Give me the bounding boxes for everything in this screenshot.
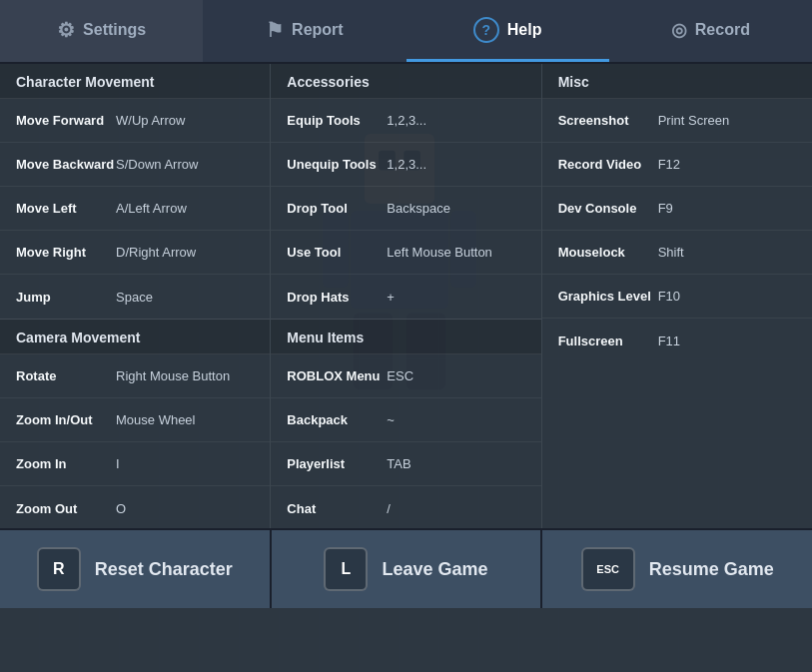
accessories-rows: Equip Tools 1,2,3... Unequip Tools 1,2,3… <box>271 99 540 319</box>
keybind-row: Move Right D/Right Arrow <box>0 231 270 275</box>
keybind-row: ROBLOX Menu ESC <box>271 354 540 398</box>
keybind-action: Rotate <box>16 368 116 383</box>
keybind-key: Space <box>116 290 153 305</box>
menu-items-rows: ROBLOX Menu ESC Backpack ~ Playerlist TA… <box>271 354 540 528</box>
keybind-row: Record Video F12 <box>542 143 812 187</box>
column-movement: Character Movement Move Forward W/Up Arr… <box>0 64 271 528</box>
bottom-action-bar: R Reset Character L Leave Game ESC Resum… <box>0 528 812 608</box>
keybind-action: Drop Hats <box>287 290 387 305</box>
keybind-action: Zoom Out <box>16 501 116 516</box>
settings-icon: ⚙ <box>57 18 75 42</box>
keybind-row: Move Backward S/Down Arrow <box>0 143 270 187</box>
keybind-key: F11 <box>658 334 680 348</box>
keybind-action: Fullscreen <box>558 334 658 348</box>
reset-character-button[interactable]: R Reset Character <box>0 530 272 608</box>
keybind-action: Graphics Level <box>558 289 658 304</box>
keybind-key: 1,2,3... <box>387 157 426 172</box>
keybind-row: Use Tool Left Mouse Button <box>271 231 540 275</box>
character-movement-header: Character Movement <box>0 64 270 99</box>
resume-key-badge: ESC <box>581 547 635 591</box>
keybind-row: Zoom Out O <box>0 486 270 528</box>
keybind-row: Move Forward W/Up Arrow <box>0 99 270 143</box>
leave-game-label: Leave Game <box>382 559 487 580</box>
keybind-row: Drop Tool Backspace <box>271 187 540 231</box>
keybind-row: Equip Tools 1,2,3... <box>271 99 540 143</box>
keybind-key: Backspace <box>387 201 450 216</box>
keybind-action: Move Backward <box>16 157 116 172</box>
help-icon: ? <box>473 17 499 43</box>
top-navigation: ⚙ Settings ⚑ Report ? Help ◎ Record <box>0 0 812 64</box>
keybind-key: / <box>387 501 391 516</box>
misc-header: Misc <box>542 64 812 99</box>
keybind-row: Zoom In I <box>0 442 270 486</box>
keybind-action: Jump <box>16 290 116 305</box>
keybind-action: Zoom In <box>16 456 116 471</box>
keybind-key: Shift <box>658 245 684 260</box>
keybind-key: ESC <box>387 368 413 383</box>
keybind-action: Zoom In/Out <box>16 412 116 427</box>
nav-report[interactable]: ⚑ Report <box>203 0 406 62</box>
keybind-action: Backpack <box>287 412 387 427</box>
keybind-action: Record Video <box>558 157 658 172</box>
keybind-key: TAB <box>387 456 410 471</box>
column-accessories: Accessories Equip Tools 1,2,3... Unequip… <box>271 64 541 528</box>
nav-help-label: Help <box>507 21 542 39</box>
keybind-action: Move Left <box>16 201 116 216</box>
keybind-key: F12 <box>658 157 680 172</box>
keybind-row: Rotate Right Mouse Button <box>0 354 270 398</box>
keybind-key: Print Screen <box>658 113 730 128</box>
keybind-key: D/Right Arrow <box>116 245 196 260</box>
keybind-action: Use Tool <box>287 245 387 260</box>
reset-key-badge: R <box>37 547 81 591</box>
keybind-row: Dev Console F9 <box>542 187 812 231</box>
keybind-key: W/Up Arrow <box>116 113 185 128</box>
keybind-row: Zoom In/Out Mouse Wheel <box>0 398 270 442</box>
main-panel: ⚙ Settings ⚑ Report ? Help ◎ Record Char… <box>0 0 812 608</box>
nav-help[interactable]: ? Help <box>406 0 609 62</box>
resume-game-label: Resume Game <box>649 559 774 580</box>
record-icon: ◎ <box>671 19 687 41</box>
keybind-action: Move Right <box>16 245 116 260</box>
keybind-row: Screenshot Print Screen <box>542 99 812 143</box>
keybind-row: Chat / <box>271 486 540 528</box>
keybind-action: Unequip Tools <box>287 157 387 172</box>
nav-record-label: Record <box>695 21 750 39</box>
keybind-row: Backpack ~ <box>271 398 540 442</box>
keybind-action: Dev Console <box>558 201 658 216</box>
keybind-row: Jump Space <box>0 275 270 319</box>
nav-settings[interactable]: ⚙ Settings <box>0 0 203 62</box>
nav-settings-label: Settings <box>83 21 146 39</box>
keybind-key: I <box>116 456 120 471</box>
keybind-action: Playerlist <box>287 456 387 471</box>
keybind-row: Drop Hats + <box>271 275 540 319</box>
keybind-action: ROBLOX Menu <box>287 368 387 383</box>
camera-movement-rows: Rotate Right Mouse Button Zoom In/Out Mo… <box>0 354 270 528</box>
menu-items-header: Menu Items <box>271 320 540 354</box>
misc-rows: Screenshot Print Screen Record Video F12… <box>542 99 812 362</box>
accessories-header: Accessories <box>271 64 540 99</box>
keybind-action: Move Forward <box>16 113 116 128</box>
reset-character-label: Reset Character <box>95 559 233 580</box>
keybind-row: Graphics Level F10 <box>542 275 812 319</box>
nav-record[interactable]: ◎ Record <box>609 0 812 62</box>
keybind-row: Mouselock Shift <box>542 231 812 275</box>
keybind-action: Chat <box>287 501 387 516</box>
keybind-key: + <box>387 290 395 305</box>
camera-movement-header: Camera Movement <box>0 320 270 354</box>
keybind-row: Fullscreen F11 <box>542 319 812 362</box>
keybind-key: O <box>116 501 126 516</box>
keybind-key: Right Mouse Button <box>116 368 230 383</box>
report-icon: ⚑ <box>266 18 284 42</box>
keybind-key: A/Left Arrow <box>116 201 187 216</box>
keybind-key: F10 <box>658 289 680 304</box>
keybind-key: 1,2,3... <box>387 113 426 128</box>
keybind-key: Left Mouse Button <box>387 245 492 260</box>
resume-game-button[interactable]: ESC Resume Game <box>542 530 812 608</box>
content-body: Character Movement Move Forward W/Up Arr… <box>0 64 812 528</box>
keybind-row: Playerlist TAB <box>271 442 540 486</box>
keybind-key: ~ <box>387 412 395 427</box>
column-misc: Misc Screenshot Print Screen Record Vide… <box>542 64 812 528</box>
keybind-action: Equip Tools <box>287 113 387 128</box>
leave-game-button[interactable]: L Leave Game <box>272 530 543 608</box>
keybind-key: Mouse Wheel <box>116 412 195 427</box>
